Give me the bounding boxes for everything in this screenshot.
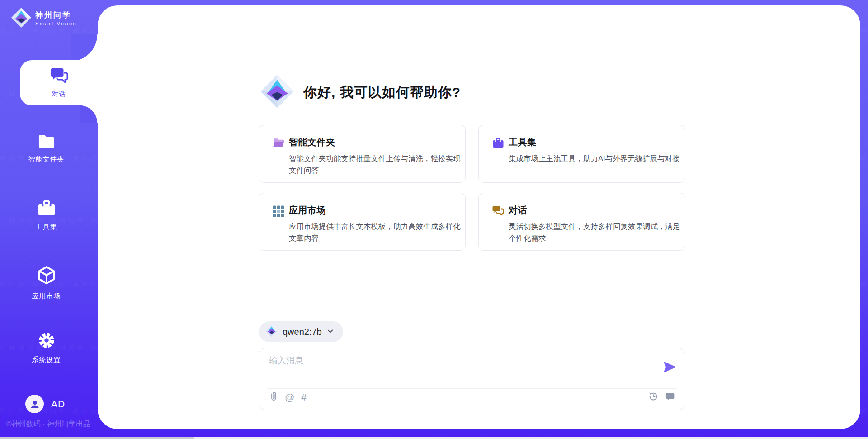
card-toolbox[interactable]: 工具集 集成市场上主流工具，助力AI与外界无缝扩展与对接 bbox=[478, 125, 685, 183]
hashtag-icon[interactable]: # bbox=[301, 392, 307, 402]
briefcase-icon bbox=[492, 138, 504, 150]
cube-icon bbox=[37, 265, 57, 288]
grid-cube-icon bbox=[273, 205, 284, 219]
content-area: 你好, 我可以如何帮助你? 智能文件夹 智能文件夹功能支持批量文件上传与清洗，轻… bbox=[98, 5, 860, 429]
greeting-title: 你好, 我可以如何帮助你? bbox=[303, 83, 461, 102]
app-root: 神州问学 神州问学 神州问学 神州问学 神州问学 神州问学 神州问学 神州问学 … bbox=[0, 0, 868, 439]
gear-icon bbox=[37, 331, 56, 352]
scrollbar-thumb[interactable] bbox=[0, 437, 194, 439]
brand: 神州问学 Smart Vision bbox=[11, 7, 77, 30]
composer-divider bbox=[267, 388, 677, 389]
brand-logo-icon bbox=[11, 7, 32, 30]
sidebar-item-label: 工具集 bbox=[36, 223, 57, 231]
sidebar-item-label: 应用市场 bbox=[32, 292, 61, 301]
card-smart-folder[interactable]: 智能文件夹 智能文件夹功能支持批量文件上传与清洗，轻松实现文件问答 bbox=[259, 125, 466, 183]
model-logo-icon bbox=[265, 324, 278, 339]
model-name: qwen2:7b bbox=[283, 327, 322, 337]
sidebar-item-label: 智能文件夹 bbox=[28, 155, 65, 164]
message-composer: @ # bbox=[259, 348, 685, 410]
brand-subtitle: Smart Vision bbox=[35, 20, 77, 27]
card-app-market[interactable]: 应用市场 应用市场提供丰富长文本模板，助力高效生成多样化文章内容 bbox=[259, 193, 466, 251]
history-icon[interactable] bbox=[648, 391, 658, 403]
user-account[interactable]: AD bbox=[25, 395, 65, 413]
attachment-icon[interactable] bbox=[269, 391, 278, 404]
chevron-down-icon bbox=[326, 327, 334, 337]
card-title: 应用市场 bbox=[289, 204, 458, 216]
folder-icon bbox=[37, 133, 56, 151]
message-input[interactable] bbox=[269, 355, 649, 378]
assistant-logo-icon bbox=[260, 74, 294, 110]
feature-cards: 智能文件夹 智能文件夹功能支持批量文件上传与清洗，轻松实现文件问答 工具集 集成… bbox=[259, 125, 685, 251]
avatar bbox=[25, 395, 44, 413]
card-chat[interactable]: 对话 灵活切换多模型文件，支持多样回复效果调试，满足个性化需求 bbox=[478, 193, 685, 251]
sidebar-item-app-market[interactable]: 应用市场 bbox=[0, 265, 93, 301]
send-icon[interactable] bbox=[663, 361, 676, 373]
sidebar-item-settings[interactable]: 系统设置 bbox=[0, 331, 93, 364]
card-title: 对话 bbox=[509, 204, 678, 216]
sidebar: 神州问学 Smart Vision 智能文件夹 工具集 bbox=[0, 0, 98, 439]
sidebar-item-toolbox[interactable]: 工具集 bbox=[0, 200, 93, 231]
greeting: 你好, 我可以如何帮助你? bbox=[260, 74, 461, 110]
card-description: 集成市场上主流工具，助力AI与外界无缝扩展与对接 bbox=[509, 153, 681, 164]
brand-title: 神州问学 bbox=[35, 10, 77, 20]
comment-icon[interactable] bbox=[665, 392, 675, 403]
horizontal-scrollbar[interactable] bbox=[0, 437, 868, 439]
card-description: 灵活切换多模型文件，支持多样回复效果调试，满足个性化需求 bbox=[509, 220, 681, 244]
card-title: 工具集 bbox=[509, 136, 678, 148]
briefcase-icon bbox=[37, 200, 56, 219]
chat-icon bbox=[492, 205, 504, 218]
card-description: 智能文件夹功能支持批量文件上传与清洗，轻松实现文件问答 bbox=[289, 153, 462, 176]
sidebar-item-smart-folder[interactable]: 智能文件夹 bbox=[0, 133, 93, 164]
card-title: 智能文件夹 bbox=[289, 136, 458, 148]
user-name: AD bbox=[51, 399, 65, 410]
mention-icon[interactable]: @ bbox=[285, 392, 294, 402]
copyright-text: ©神州数码 · 神州问学出品 bbox=[6, 420, 90, 429]
composer-toolbar: @ # bbox=[269, 391, 675, 404]
folder-open-icon bbox=[273, 138, 285, 150]
sidebar-item-label: 系统设置 bbox=[32, 356, 61, 364]
card-description: 应用市场提供丰富长文本模板，助力高效生成多样化文章内容 bbox=[289, 220, 462, 244]
model-selector[interactable]: qwen2:7b bbox=[259, 321, 343, 342]
